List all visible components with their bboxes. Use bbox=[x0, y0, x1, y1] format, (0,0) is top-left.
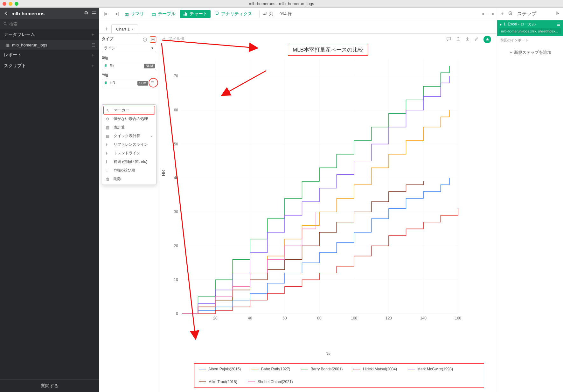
menu-item-label: 削除 bbox=[114, 176, 121, 182]
edit-icon[interactable] bbox=[474, 37, 479, 43]
chart-settings-gear-icon[interactable] bbox=[150, 36, 156, 43]
chart-title: MLB本塁打量産ペースの比較 bbox=[288, 44, 368, 56]
step-source-chip[interactable]: mlb-homerun-logs.xlsx, sheetIndex... bbox=[499, 28, 561, 34]
chart-legend: Albert Pujols(2015)Babe Ruth(1927)Barry … bbox=[194, 363, 484, 388]
collapse-right-icon[interactable] bbox=[112, 10, 120, 18]
legend-label: Barry Bonds(2001) bbox=[310, 367, 343, 371]
menu-missing[interactable]: ⚙値がない場合の処理 bbox=[102, 115, 156, 123]
step-menu-icon[interactable]: ☰ bbox=[557, 22, 560, 27]
section-dataframe[interactable]: データフレーム ＋ bbox=[0, 29, 99, 40]
menu-refline[interactable]: ⊦リファレンスライン bbox=[102, 140, 156, 149]
collapse-icon[interactable] bbox=[556, 11, 560, 17]
legend-item[interactable]: Albert Pujols(2015) bbox=[199, 367, 241, 371]
section-script[interactable]: スクリプト ＋ bbox=[0, 60, 99, 71]
tab-chart[interactable]: チャート bbox=[180, 10, 211, 18]
main-pane: ▦ サマリ ▤ テーブル チャート アナリティクス 41 列 bbox=[99, 8, 497, 392]
window-title: mlb-homeruns - mlb_homerun_logs bbox=[249, 1, 314, 6]
menu-range[interactable]: Ⅰ範囲 (信頼区間, etc) bbox=[102, 158, 156, 166]
tab-analytics[interactable]: アナリティクス bbox=[212, 10, 255, 18]
legend-item[interactable]: Mike Trout(2018) bbox=[199, 380, 237, 384]
y-axis-context-menu: ↖ マーカー ⚙値がない場合の処理 ▦表計算 ▦クイック表計算▸ ⊦リファレンス… bbox=[102, 104, 156, 185]
menu-marker[interactable]: ↖ マーカー bbox=[103, 106, 155, 115]
legend-swatch bbox=[353, 369, 360, 369]
svg-line-1 bbox=[6, 24, 7, 25]
add-chart-tab[interactable]: ＋ bbox=[102, 24, 111, 33]
x-agg-badge: NUM bbox=[144, 64, 155, 68]
dataframe-item-label: mlb_homerun_logs bbox=[12, 43, 47, 47]
plus-icon[interactable]: ＋ bbox=[500, 10, 505, 17]
y-axis-pill[interactable]: # HR SUM ☰ bbox=[102, 79, 156, 87]
plus-icon[interactable]: ＋ bbox=[90, 63, 95, 69]
legend-label: Hideki Matsui(2004) bbox=[363, 367, 397, 371]
zoom-window-icon[interactable] bbox=[15, 2, 18, 6]
menu-quickcalc[interactable]: ▦クイック表計算▸ bbox=[102, 132, 156, 140]
chart-tab-1[interactable]: Chart 1 ▾ bbox=[111, 24, 138, 33]
filter-button[interactable]: ＋ フィルタ bbox=[162, 36, 185, 41]
chart-action-icons bbox=[446, 36, 491, 43]
x-axis-pill[interactable]: # Rk NUM bbox=[102, 62, 156, 70]
line-icon: ⊦ bbox=[106, 143, 110, 147]
legend-item[interactable]: Mark McGwire(1998) bbox=[408, 367, 453, 371]
svg-rect-3 bbox=[185, 12, 186, 16]
menu-tablecalc[interactable]: ▦表計算 bbox=[102, 123, 156, 132]
goto-end-icon[interactable]: ⇥ bbox=[490, 11, 494, 17]
comment-icon[interactable] bbox=[446, 36, 451, 43]
collapse-left-icon[interactable] bbox=[102, 10, 111, 18]
menu-delete[interactable]: 🗑削除 bbox=[102, 175, 156, 183]
x-axis-title: Rk bbox=[325, 352, 330, 356]
hash-icon: # bbox=[102, 81, 109, 85]
steps-panel: ＋ ステップ ▾ 1. Excel - ローカル ☰ mlb-homerun-l… bbox=[497, 8, 563, 392]
menu-item-label: トレンドライン bbox=[114, 150, 140, 156]
tab-label: チャート bbox=[190, 11, 207, 17]
y-pill-menu-icon[interactable]: ☰ bbox=[149, 81, 156, 85]
step-title: 1. Excel - ローカル bbox=[504, 22, 536, 27]
sidebar-search[interactable]: 検索 bbox=[0, 19, 99, 29]
minimize-window-icon[interactable] bbox=[9, 2, 12, 6]
left-sidebar: mlb-homeruns ☰ 検索 データフレーム ＋ ▦ mlb_homeru… bbox=[0, 8, 99, 392]
legend-item[interactable]: Babe Ruth(1927) bbox=[252, 367, 290, 371]
sidebar-footer[interactable]: 質問する bbox=[0, 379, 99, 392]
chart-tab-bar: ＋ Chart 1 ▾ bbox=[99, 20, 497, 34]
chart-type-select[interactable]: ライン ▼ bbox=[102, 44, 156, 52]
pin-icon[interactable] bbox=[483, 36, 491, 43]
svg-text:40: 40 bbox=[248, 316, 252, 320]
legend-item[interactable]: Hideki Matsui(2004) bbox=[353, 367, 397, 371]
legend-swatch bbox=[199, 382, 206, 382]
back-icon[interactable] bbox=[3, 11, 9, 15]
legend-item[interactable]: Shohei Ohtani(2021) bbox=[248, 380, 293, 384]
menu-trend[interactable]: ⊦トレンドライン bbox=[102, 149, 156, 158]
close-window-icon[interactable] bbox=[3, 2, 6, 6]
plus-icon: ＋ bbox=[509, 50, 514, 55]
item-menu-icon[interactable]: ☰ bbox=[92, 43, 95, 47]
y-axis-title: HR bbox=[161, 170, 166, 176]
help-icon[interactable]: ? bbox=[142, 36, 148, 43]
tab-summary[interactable]: ▦ サマリ bbox=[122, 10, 147, 18]
refresh-icon[interactable] bbox=[508, 11, 513, 17]
menu-item-label: クイック表計算 bbox=[114, 133, 140, 139]
tab-label: サマリ bbox=[131, 11, 144, 17]
tab-table[interactable]: ▤ テーブル bbox=[149, 10, 179, 18]
y-field-name: HR bbox=[109, 81, 137, 85]
legend-item[interactable]: Barry Bonds(2001) bbox=[301, 367, 343, 371]
menu-sort[interactable]: ↕Y軸の並び順 bbox=[102, 166, 156, 175]
chevron-down-icon[interactable]: ▾ bbox=[132, 27, 133, 31]
dataframe-item[interactable]: ▦ mlb_homerun_logs ☰ bbox=[0, 40, 99, 50]
menu-icon[interactable]: ☰ bbox=[92, 10, 96, 17]
gear-icon[interactable] bbox=[84, 10, 88, 17]
plus-icon[interactable]: ＋ bbox=[90, 32, 95, 38]
menu-item-label: 範囲 (信頼区間, etc) bbox=[114, 159, 147, 164]
x-field-name: Rk bbox=[109, 64, 144, 68]
section-report[interactable]: レポート ＋ bbox=[0, 50, 99, 60]
svg-text:80: 80 bbox=[317, 316, 322, 320]
window-titlebar: mlb-homeruns - mlb_homerun_logs bbox=[0, 0, 563, 8]
step-card-1[interactable]: ▾ 1. Excel - ローカル ☰ mlb-homerun-logs.xls… bbox=[497, 20, 563, 36]
add-step-button[interactable]: ＋ 新規ステップを追加 bbox=[497, 45, 563, 60]
upload-icon[interactable] bbox=[456, 36, 461, 43]
plus-icon[interactable]: ＋ bbox=[90, 52, 95, 59]
ask-question-label: 質問する bbox=[41, 383, 59, 389]
filter-label: フィルタ bbox=[168, 36, 185, 41]
goto-start-icon[interactable]: ⇤ bbox=[482, 11, 486, 17]
chart-icon bbox=[183, 11, 188, 17]
download-icon[interactable] bbox=[465, 36, 470, 43]
trend-icon: ⊦ bbox=[106, 151, 110, 156]
